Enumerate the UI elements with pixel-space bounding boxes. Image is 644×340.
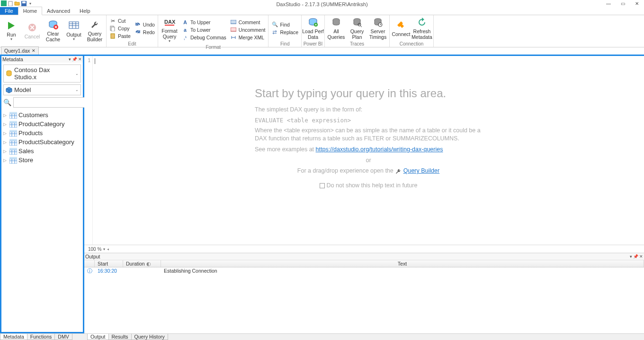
bottom-tab-functions[interactable]: Functions	[27, 334, 55, 340]
undo-button[interactable]: Undo	[133, 21, 157, 28]
open-icon[interactable]	[14, 0, 20, 6]
model-selector[interactable]: Model ⌄	[3, 84, 81, 95]
query-builder-link[interactable]: Query Builder	[403, 168, 439, 175]
minimize-button[interactable]: —	[601, 0, 616, 7]
expand-icon[interactable]: ▷	[3, 140, 8, 145]
table-item[interactable]: ▷Products	[3, 129, 81, 138]
query-builder-button[interactable]: Query Builder	[84, 16, 105, 46]
redo-icon	[134, 29, 141, 36]
redo-button[interactable]: Redo	[133, 28, 157, 36]
examples-link[interactable]: https://daxstudio.org/tutorials/writing-…	[316, 146, 443, 153]
nohelp-checkbox[interactable]	[320, 184, 325, 189]
expand-icon[interactable]: ▷	[3, 149, 8, 154]
close-tab-icon[interactable]: ✕	[32, 48, 36, 53]
qat-dropdown-icon[interactable]: ▾	[27, 0, 33, 6]
metadata-search-input[interactable]	[13, 97, 89, 108]
table-icon	[9, 121, 17, 128]
table-icon	[9, 157, 17, 164]
close-pane-icon[interactable]: ✕	[78, 57, 82, 62]
close-pane-icon[interactable]: ✕	[639, 254, 643, 259]
help-placeholder: Start by typing your query in this area.…	[255, 87, 482, 193]
expand-icon[interactable]: ▷	[3, 122, 8, 127]
undo-icon	[134, 21, 141, 28]
connect-button[interactable]: Connect	[391, 16, 411, 40]
scroll-left-icon[interactable]: ◂	[107, 247, 109, 251]
database-icon	[6, 70, 12, 77]
format-query-button[interactable]: DAX Format Query▾	[159, 16, 180, 44]
load-perf-data-button[interactable]: Load Perf Data	[303, 16, 323, 40]
table-item[interactable]: ▷Store	[3, 156, 81, 165]
db-icon	[331, 17, 342, 28]
perf-icon	[307, 17, 319, 28]
svg-rect-14	[111, 34, 115, 38]
debug-commas-button[interactable]: ,¹Debug Commas	[180, 34, 228, 41]
copy-button[interactable]: Copy	[107, 25, 133, 32]
bottom-tab-dmv[interactable]: DMV	[54, 334, 72, 340]
server-timings-button[interactable]: Server Timings	[367, 16, 388, 40]
svg-rect-7	[69, 22, 79, 28]
advanced-tab[interactable]: Advanced	[42, 7, 75, 15]
help-tab[interactable]: Help	[75, 7, 95, 15]
line-gutter: 1	[84, 56, 93, 245]
new-icon[interactable]	[8, 0, 13, 6]
wrench-icon	[89, 19, 100, 30]
table-item[interactable]: ▷ProductCategory	[3, 119, 81, 129]
cancel-button[interactable]: Cancel	[22, 16, 43, 46]
pane-dropdown-icon[interactable]: ▾	[69, 57, 71, 62]
maximize-button[interactable]: ▭	[616, 0, 630, 7]
to-lower-button[interactable]: aTo Lower	[180, 26, 228, 34]
refresh-metadata-button[interactable]: Refresh Metadata	[411, 16, 432, 40]
output-row[interactable]: ⓘ16:30:20Establishing Connection	[84, 267, 644, 275]
query-editor[interactable]: 1 Start by typing your query in this are…	[84, 56, 644, 245]
query-plan-button[interactable]: Query Plan	[347, 16, 367, 40]
replace-button[interactable]: Replace	[269, 28, 300, 36]
merge-xml-button[interactable]: Merge XML	[228, 34, 268, 41]
svg-rect-17	[231, 20, 236, 24]
save-icon[interactable]	[21, 0, 27, 6]
comment-button[interactable]: Comment	[228, 18, 268, 26]
query-tab[interactable]: Query1.dax ✕	[1, 46, 39, 55]
bottom-tabs: MetadataFunctionsDMV OutputResultsQuery …	[0, 333, 644, 340]
output-columns: Start Duration ◐ Text	[84, 260, 644, 267]
app-icon	[1, 0, 7, 6]
bottom-tab-results[interactable]: Results	[108, 334, 132, 340]
zoom-dropdown-icon[interactable]: ▾	[103, 247, 105, 251]
uncomment-button[interactable]: Uncomment	[228, 26, 268, 34]
bottom-tab-metadata[interactable]: Metadata	[0, 334, 27, 340]
expand-icon[interactable]: ▷	[3, 113, 8, 118]
file-tab[interactable]: File	[0, 7, 18, 15]
scissors-icon: ✂	[109, 18, 116, 24]
lower-icon: a	[182, 27, 188, 33]
search-icon: 🔍	[3, 99, 11, 106]
quick-access-toolbar: ▾	[0, 0, 644, 7]
close-button[interactable]: ✕	[630, 0, 644, 7]
output-button[interactable]: Output▾	[63, 16, 84, 46]
menu-tabs: File Home Advanced Help	[0, 7, 644, 15]
to-upper-button[interactable]: ATo Upper	[180, 18, 228, 26]
pin-icon[interactable]: 📌	[633, 254, 638, 259]
text-cursor	[95, 58, 95, 64]
svg-text:DAX: DAX	[164, 19, 175, 25]
paste-button[interactable]: Paste	[107, 32, 133, 40]
bottom-tab-query-history[interactable]: Query History	[131, 334, 168, 340]
svg-rect-18	[231, 28, 236, 31]
clear-cache-button[interactable]: Clear Cache	[43, 16, 63, 46]
search-icon: 🔍	[271, 21, 278, 28]
home-tab[interactable]: Home	[18, 7, 42, 15]
run-button[interactable]: Run▾	[1, 16, 22, 46]
pin-icon[interactable]: 📌	[72, 57, 77, 62]
refresh-icon	[416, 17, 428, 28]
table-item[interactable]: ▷Sales	[3, 147, 81, 156]
database-selector[interactable]: Contoso Dax Studio.x ⌄	[3, 64, 81, 83]
cut-button[interactable]: ✂Cut	[107, 17, 133, 25]
table-item[interactable]: ▷Customers	[3, 110, 81, 119]
clear-cache-icon	[47, 19, 59, 30]
expand-icon[interactable]: ▷	[3, 158, 8, 163]
table-tree: ▷Customers▷ProductCategory▷Products▷Prod…	[1, 110, 83, 165]
find-button[interactable]: 🔍Find	[269, 21, 300, 28]
pane-dropdown-icon[interactable]: ▾	[630, 254, 632, 259]
table-item[interactable]: ▷ProductSubcategory	[3, 138, 81, 147]
all-queries-button[interactable]: All Queries	[326, 16, 347, 40]
bottom-tab-output[interactable]: Output	[87, 334, 109, 340]
expand-icon[interactable]: ▷	[3, 131, 8, 136]
